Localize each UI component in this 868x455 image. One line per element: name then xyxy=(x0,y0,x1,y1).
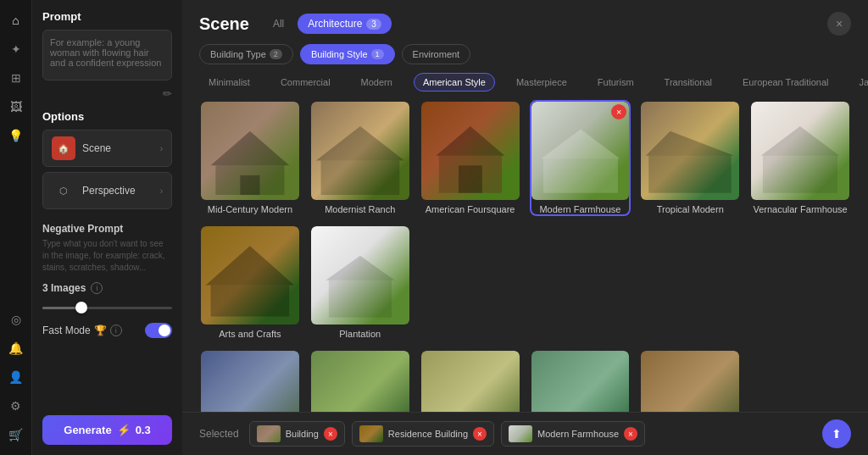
style-futurism[interactable]: Futurism xyxy=(588,73,643,92)
magic-wand-icon[interactable]: ✏ xyxy=(163,87,172,100)
scene-option-label: Scene xyxy=(82,142,160,154)
grid-item-arts-crafts[interactable]: Arts and Crafts xyxy=(199,225,301,341)
selected-chip-farmhouse-thumb xyxy=(509,425,532,442)
grid-item-image-bt3 xyxy=(421,351,520,412)
style-minimalist[interactable]: Minimalist xyxy=(199,73,259,92)
selected-chip-residence[interactable]: Residence Building × xyxy=(352,421,494,447)
fast-mode-toggle[interactable] xyxy=(145,323,172,338)
panel-content: Prompt ✏ Options 🏠 Scene › ⬡ Perspective… xyxy=(32,0,182,455)
home-icon[interactable]: ⌂ xyxy=(4,8,28,32)
grid-item-american-foursquare[interactable]: American Foursquare xyxy=(420,100,521,216)
grid-label-american-foursquare: American Foursquare xyxy=(421,204,520,214)
fast-mode-info-icon[interactable]: i xyxy=(110,325,122,336)
ai-icon[interactable]: ✦ xyxy=(4,37,28,61)
scene-option[interactable]: 🏠 Scene › xyxy=(42,130,172,167)
remove-residence-chip[interactable]: × xyxy=(473,427,487,441)
grid-item-bt3[interactable] xyxy=(420,349,521,412)
images-header: 3 Images i xyxy=(42,282,172,294)
tab-all[interactable]: All xyxy=(263,14,294,34)
modal-header: Scene All Architecture 3 × xyxy=(182,0,868,36)
prompt-input[interactable] xyxy=(42,30,172,80)
user-icon[interactable]: 👤 xyxy=(4,365,28,389)
modal-title: Scene xyxy=(199,14,249,34)
images-slider[interactable] xyxy=(42,301,172,314)
settings-icon[interactable]: ⚙ xyxy=(4,394,28,418)
svg-rect-17 xyxy=(329,280,392,318)
cart-icon[interactable]: 🛒 xyxy=(4,423,28,447)
filter-building-type[interactable]: Building Type 2 xyxy=(199,44,293,64)
grid-item-mid-century[interactable]: Mid-Century Modern xyxy=(199,100,301,216)
bell-icon[interactable]: 🔔 xyxy=(4,336,28,360)
target-icon[interactable]: ◎ xyxy=(4,308,28,331)
grid-item-image-bt4 xyxy=(531,351,630,412)
modal-close-button[interactable]: × xyxy=(827,12,851,36)
perspective-chevron-icon: › xyxy=(160,186,163,196)
tab-all-label: All xyxy=(273,18,284,30)
grid-item-image-bt1 xyxy=(201,351,299,412)
grid-item-image-bt2 xyxy=(311,351,409,412)
grid-area: Mid-Century Modern Modernist Ranch Ameri… xyxy=(182,100,868,412)
image-icon[interactable]: 🖼 xyxy=(4,95,28,119)
grid-item-image-vernacular-farmhouse xyxy=(751,102,849,200)
images-info-icon[interactable]: i xyxy=(91,282,103,294)
tab-architecture-badge: 3 xyxy=(366,19,381,30)
style-modern[interactable]: Modern xyxy=(352,73,402,92)
remove-farmhouse-chip[interactable]: × xyxy=(624,427,637,441)
images-section: 3 Images i xyxy=(42,282,172,314)
style-european[interactable]: European Traditional xyxy=(733,73,838,92)
grid-item-image-arts-crafts xyxy=(201,226,299,325)
grid-item-modern-farmhouse[interactable]: × Modern Farmhouse xyxy=(530,100,632,216)
prompt-section: Prompt ✏ xyxy=(42,10,172,100)
grid-label-modernist-ranch: Modernist Ranch xyxy=(311,204,409,214)
grid-label-arts-crafts: Arts and Crafts xyxy=(201,329,299,339)
filter-row: Building Type 2 Building Style 1 Envirom… xyxy=(182,36,868,73)
filter-building-type-label: Building Type xyxy=(210,49,266,59)
bulb-icon[interactable]: 💡 xyxy=(4,124,28,147)
remove-building-chip[interactable]: × xyxy=(324,427,337,441)
style-masterpiece[interactable]: Masterpiece xyxy=(507,73,576,92)
grid-item-bt5[interactable] xyxy=(639,349,741,412)
filter-building-type-badge: 2 xyxy=(270,49,282,59)
scene-option-icon: 🏠 xyxy=(52,136,75,160)
grid-item-image-tropical-modern xyxy=(641,102,739,200)
slider-thumb[interactable] xyxy=(75,302,87,314)
selected-chip-farmhouse[interactable]: Modern Farmhouse × xyxy=(501,421,645,447)
svg-marker-8 xyxy=(541,129,620,158)
svg-rect-11 xyxy=(649,156,732,193)
grid-item-tropical-modern[interactable]: Tropical Modern xyxy=(639,100,741,216)
svg-marker-12 xyxy=(761,126,840,156)
filter-environment[interactable]: Enviroment xyxy=(402,44,471,64)
bottom-thumbnail-row xyxy=(199,349,851,412)
svg-marker-14 xyxy=(206,246,294,285)
grid-label-mid-century: Mid-Century Modern xyxy=(201,204,299,214)
prompt-title: Prompt xyxy=(42,10,172,23)
grid-item-bt1[interactable] xyxy=(199,349,301,412)
negative-prompt-title: Negative Prompt xyxy=(42,223,172,235)
svg-rect-9 xyxy=(542,158,617,193)
options-title: Options xyxy=(42,110,172,123)
share-button[interactable]: ⬆ xyxy=(822,419,851,448)
main-area: Scene All Architecture 3 × Building Type… xyxy=(182,0,868,455)
grid-item-modernist-ranch[interactable]: Modernist Ranch xyxy=(309,100,411,216)
generate-button[interactable]: Generate ⚡ 0.3 xyxy=(42,415,172,445)
style-transitional[interactable]: Transitional xyxy=(655,73,721,92)
prompt-tools: ✏ xyxy=(42,87,172,100)
grid-item-bt4[interactable] xyxy=(530,349,632,412)
layers-icon[interactable]: ⊞ xyxy=(4,66,28,90)
tab-architecture[interactable]: Architecture 3 xyxy=(298,14,392,34)
negative-prompt-text: Type what you don't want to see in the i… xyxy=(42,238,172,274)
fast-mode-label: Fast Mode 🏆 i xyxy=(42,325,145,336)
grid-item-plantation[interactable]: Plantation xyxy=(309,225,411,341)
toggle-knob xyxy=(159,325,170,336)
svg-marker-0 xyxy=(211,131,290,166)
style-japanese[interactable]: Japanese Trad xyxy=(850,73,868,92)
style-american[interactable]: American Style xyxy=(414,73,495,92)
grid-item-vernacular-farmhouse[interactable]: Vernacular Farmhouse xyxy=(749,100,851,216)
svg-marker-10 xyxy=(646,131,734,156)
style-row: Minimalist Commercial Modern American St… xyxy=(182,73,868,100)
grid-item-bt2[interactable] xyxy=(309,349,411,412)
perspective-option[interactable]: ⬡ Perspective › xyxy=(42,172,172,209)
filter-building-style[interactable]: Building Style 1 xyxy=(300,44,395,64)
selected-chip-building[interactable]: Building × xyxy=(249,421,345,447)
style-commercial[interactable]: Commercial xyxy=(271,73,340,92)
